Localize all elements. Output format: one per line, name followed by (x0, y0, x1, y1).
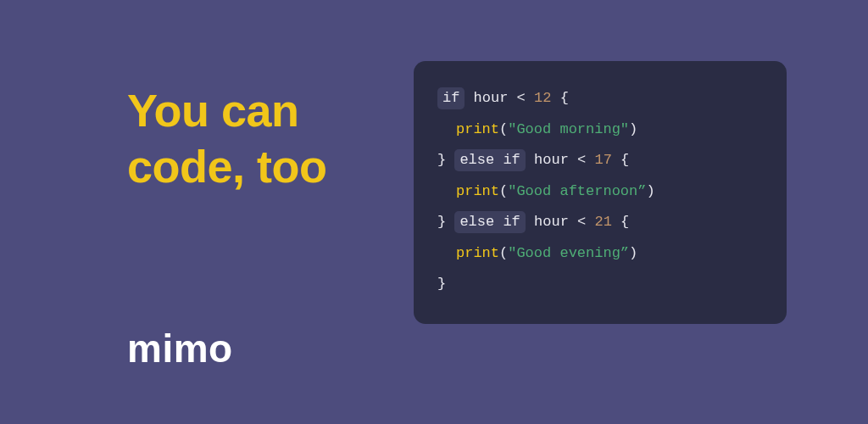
headline-line-2: code, too (127, 139, 327, 195)
keyword-else-if-2: else if (454, 211, 525, 233)
code-line-2: print("Good morning") (437, 114, 763, 146)
code-line-5: } else if hour < 21 { (437, 207, 763, 238)
brand-logo-text: mimo (127, 326, 233, 371)
keyword-else-if-1: else if (454, 149, 525, 171)
code-snippet-card: if hour < 12 { print("Good morning") } e… (414, 61, 787, 324)
keyword-if: if (437, 87, 465, 109)
headline: You can code, too (127, 83, 327, 195)
headline-line-1: You can (127, 83, 327, 139)
code-line-7: } (437, 269, 763, 300)
code-line-6: print("Good evening”) (437, 238, 763, 270)
code-line-4: print("Good afternoon”) (437, 176, 763, 208)
code-line-3: } else if hour < 17 { (437, 145, 763, 176)
code-line-1: if hour < 12 { (437, 83, 763, 114)
